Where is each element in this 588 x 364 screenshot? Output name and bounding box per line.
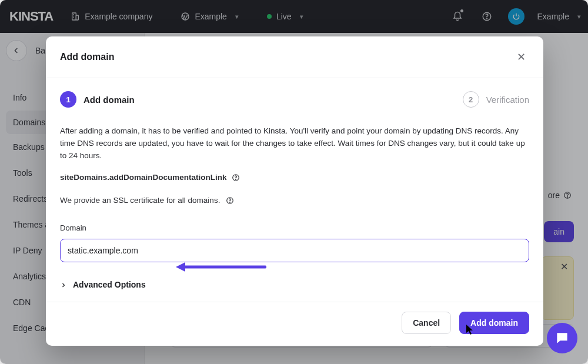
modal-header: Add domain ✕ (46, 36, 543, 78)
cursor-pointer-icon (466, 324, 475, 338)
step-1-badge: 1 (60, 91, 76, 108)
step-2-badge: 2 (463, 91, 479, 108)
domain-field-label: Domain (60, 222, 529, 234)
step-2-label: Verification (486, 95, 529, 105)
step-2: 2 Verification (463, 91, 529, 108)
support-chat-button[interactable] (547, 323, 577, 353)
chat-icon (554, 330, 570, 346)
cancel-button[interactable]: Cancel (402, 312, 451, 334)
step-1: 1 Add domain (60, 91, 135, 108)
app-root: KINSTA Example company Example ▾ Live ▾ (0, 0, 588, 364)
modal-title: Add domain (60, 52, 114, 62)
modal-close-button[interactable]: ✕ (513, 47, 529, 67)
wizard-steps: 1 Add domain 2 Verification (46, 78, 543, 112)
modal-body: After adding a domain, it has to be veri… (46, 112, 543, 302)
documentation-link[interactable]: siteDomains.addDomainDocumentationLink (60, 172, 529, 184)
advanced-label: Advanced Options (73, 279, 146, 292)
help-icon (232, 173, 240, 182)
close-icon: ✕ (517, 51, 526, 64)
doc-link-text: siteDomains.addDomainDocumentationLink (60, 172, 227, 184)
chevron-right-icon (60, 282, 67, 289)
ssl-note: We provide an SSL certificate for all do… (60, 195, 529, 207)
svg-point-9 (235, 179, 236, 180)
domain-input[interactable] (60, 239, 529, 262)
help-icon (226, 196, 234, 205)
svg-point-11 (230, 202, 230, 203)
ssl-text: We provide an SSL certificate for all do… (60, 195, 220, 207)
add-domain-modal: Add domain ✕ 1 Add domain 2 Verification… (46, 36, 543, 346)
step-1-label: Add domain (83, 95, 135, 105)
advanced-options-toggle[interactable]: Advanced Options (60, 279, 529, 292)
intro-paragraph: After adding a domain, it has to be veri… (60, 125, 529, 162)
